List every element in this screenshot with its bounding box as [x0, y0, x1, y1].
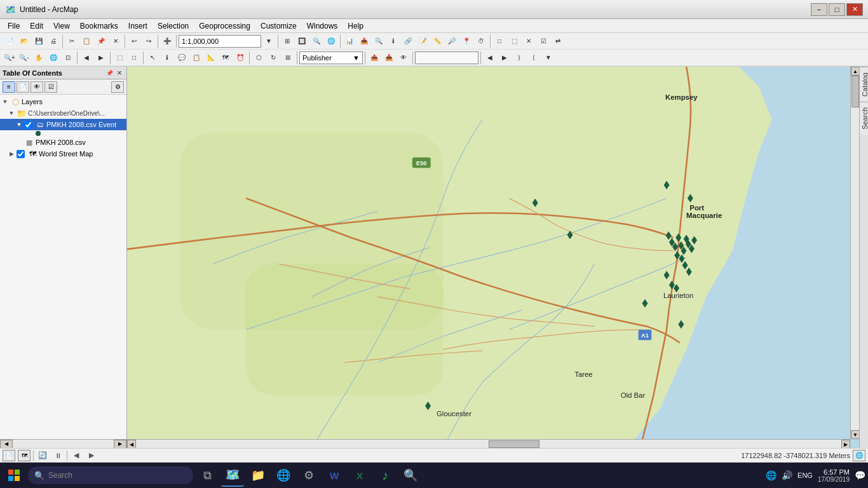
- map-area[interactable]: E50 A1 Kempsey Port Macquarie Laurieton …: [127, 67, 859, 448]
- network-icon[interactable]: 🌐: [766, 470, 776, 480]
- next-btn[interactable]: ▶: [85, 450, 98, 461]
- pause-btn[interactable]: ⏸: [51, 450, 64, 461]
- select-features-button[interactable]: ⬚: [112, 51, 126, 65]
- measure-tool[interactable]: 📐: [204, 51, 218, 65]
- pan-button[interactable]: ✋: [32, 51, 46, 65]
- arrow-tool[interactable]: ↖: [146, 51, 159, 65]
- query-button[interactable]: 🔍: [372, 34, 386, 48]
- sidebar-scroll-left[interactable]: ◀: [0, 440, 13, 449]
- save-button[interactable]: 💾: [32, 34, 46, 48]
- vscroll-down[interactable]: ▼: [851, 430, 859, 439]
- wsm-expand-icon[interactable]: ▶: [8, 150, 15, 158]
- menu-selection[interactable]: Selection: [153, 20, 194, 32]
- menu-windows[interactable]: Windows: [302, 20, 343, 32]
- taskbar-word[interactable]: W: [323, 464, 346, 487]
- pub-btn3[interactable]: ⟩: [512, 51, 526, 65]
- menu-help[interactable]: Help: [342, 20, 369, 32]
- coord-btn[interactable]: 🌐: [853, 450, 865, 461]
- publisher-dropdown[interactable]: Publisher ▼: [299, 51, 363, 64]
- time-slider-button[interactable]: ⏱: [474, 34, 488, 48]
- folder-expand-icon[interactable]: ▼: [8, 109, 15, 117]
- clear-sel-button[interactable]: ✕: [522, 34, 536, 48]
- system-clock[interactable]: 6:57 PM 17/09/2019: [818, 468, 850, 483]
- pub-btn4[interactable]: ⟨: [527, 51, 541, 65]
- attribute-tool[interactable]: 📋: [189, 51, 203, 65]
- menu-edit[interactable]: Edit: [25, 20, 48, 32]
- go-to-button[interactable]: 📍: [459, 34, 473, 48]
- vscroll-up[interactable]: ▲: [851, 67, 859, 76]
- taskbar-task-view[interactable]: ⧉: [196, 464, 219, 487]
- hscroll-left[interactable]: ◀: [127, 440, 136, 448]
- measure-button[interactable]: 📏: [430, 34, 444, 48]
- html-button[interactable]: 📝: [416, 34, 430, 48]
- minimize-button[interactable]: −: [811, 3, 827, 16]
- menu-view[interactable]: View: [48, 20, 75, 32]
- viewer-button[interactable]: 🔲: [295, 34, 309, 48]
- selection1-button[interactable]: □: [492, 34, 506, 48]
- language-indicator[interactable]: ENG: [797, 471, 813, 479]
- scale-dropdown[interactable]: ▼: [262, 34, 276, 48]
- taskbar-excel[interactable]: X: [348, 464, 371, 487]
- toc-layers-group[interactable]: ▼ ⬡ Layers: [0, 96, 126, 107]
- pub-btn5[interactable]: ▼: [541, 51, 555, 65]
- maptips-tool[interactable]: 💬: [175, 51, 189, 65]
- extent-button[interactable]: ⊡: [61, 51, 75, 65]
- time-tool[interactable]: ⏰: [233, 51, 247, 65]
- find-route-tool[interactable]: 🗺: [219, 51, 233, 65]
- taskbar-magnifier[interactable]: 🔍: [399, 464, 422, 487]
- taskbar-edge[interactable]: 🌐: [272, 464, 295, 487]
- sidebar-scroll[interactable]: ◀ ▶: [0, 439, 126, 448]
- menu-geoprocessing[interactable]: Geoprocessing: [194, 20, 255, 32]
- toc-source-button[interactable]: 📄: [17, 81, 29, 93]
- hscroll-thumb[interactable]: [489, 440, 539, 448]
- add-layer-button[interactable]: 📥: [357, 34, 371, 48]
- new-button[interactable]: 📄: [3, 34, 17, 48]
- sidebar-scroll-right[interactable]: ▶: [114, 440, 126, 449]
- toc-folder-item[interactable]: ▼ 📁 C:\Users\rober\OneDrive\...: [0, 107, 126, 119]
- data-view-btn[interactable]: 🗺: [18, 450, 31, 461]
- hscroll-right[interactable]: ▶: [841, 440, 850, 448]
- identify-button[interactable]: ℹ: [386, 34, 400, 48]
- csv-event-checkbox[interactable]: [24, 121, 32, 129]
- identify-tool[interactable]: ℹ: [160, 51, 174, 65]
- select-box-button[interactable]: □: [127, 51, 141, 65]
- toc-csv-event-item[interactable]: ▼ 🗂 PMKH 2008.csv Event: [0, 119, 126, 130]
- publish-btn[interactable]: 📤: [367, 51, 381, 65]
- start-button[interactable]: [3, 464, 25, 487]
- cut-button[interactable]: ✂: [65, 34, 79, 48]
- globe-button[interactable]: 🌐: [46, 51, 60, 65]
- publish-field[interactable]: [415, 51, 478, 64]
- catalog-tab[interactable]: Catalog: [860, 67, 869, 102]
- map-hscroll[interactable]: ◀ ▶: [127, 439, 850, 448]
- prev-btn[interactable]: ◀: [70, 450, 83, 461]
- zoom-in-button[interactable]: 🔍+: [3, 51, 17, 65]
- toc-wsm-item[interactable]: ▶ 🗺 World Street Map: [0, 148, 126, 159]
- table-button[interactable]: 📊: [342, 34, 356, 48]
- magnify-button[interactable]: 🔍: [309, 34, 323, 48]
- pub-btn1[interactable]: ◀: [483, 51, 497, 65]
- taskbar-settings[interactable]: ⚙: [297, 464, 320, 487]
- toc-csv-table-item[interactable]: ▷ ▦ PMKH 2008.csv: [0, 137, 126, 148]
- layout-view-btn[interactable]: 📄: [3, 450, 15, 461]
- menu-customize[interactable]: Customize: [255, 20, 302, 32]
- csv-event-expand-icon[interactable]: ▼: [15, 121, 23, 128]
- notification-icon[interactable]: 💬: [855, 470, 865, 480]
- sel-all-button[interactable]: ☑: [536, 34, 550, 48]
- back-button[interactable]: ◀: [79, 51, 93, 65]
- toc-visibility-button[interactable]: 👁: [31, 81, 43, 93]
- toc-selection-button[interactable]: ☑: [44, 81, 57, 93]
- full-extent-button[interactable]: ⊞: [280, 34, 294, 48]
- menu-file[interactable]: File: [3, 20, 25, 32]
- toc-options-button[interactable]: ⚙: [111, 81, 124, 93]
- selection2-button[interactable]: ⬚: [507, 34, 521, 48]
- find-button[interactable]: 🔎: [445, 34, 459, 48]
- copy-button[interactable]: 📋: [79, 34, 93, 48]
- taskbar-spotify[interactable]: ♪: [374, 464, 397, 487]
- edit-vertex-tool[interactable]: ⬡: [252, 51, 266, 65]
- toc-pin-button[interactable]: 📌: [105, 69, 114, 78]
- redo-button[interactable]: ↪: [142, 34, 156, 48]
- undo-button[interactable]: ↩: [127, 34, 141, 48]
- delete-button[interactable]: ✕: [109, 34, 123, 48]
- zoom-out-button[interactable]: 🔍-: [17, 51, 31, 65]
- toc-close-button[interactable]: ✕: [115, 69, 124, 78]
